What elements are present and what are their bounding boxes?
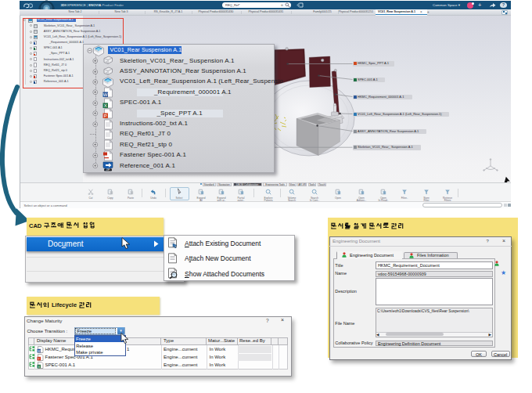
svg-text:P: P (103, 114, 106, 118)
svg-text:X: X (103, 103, 106, 107)
svg-text:X: X (38, 364, 40, 368)
svg-text:ZIP: ZIP (106, 168, 110, 171)
svg-text:W: W (38, 348, 41, 352)
svg-text:W: W (102, 92, 107, 97)
